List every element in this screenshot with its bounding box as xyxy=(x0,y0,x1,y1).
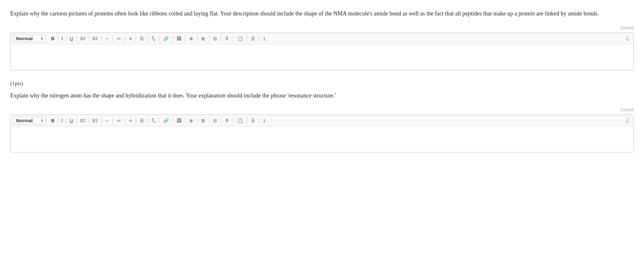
embed-button-1[interactable]: ⊟ xyxy=(211,36,219,41)
media-button-1[interactable]: ⊕ xyxy=(187,36,195,41)
sep-1h xyxy=(136,35,136,42)
sep-2o xyxy=(221,117,221,124)
superscript-button-2[interactable]: X2 xyxy=(91,117,99,124)
sep-1f xyxy=(112,35,113,42)
sep-2p xyxy=(233,117,234,124)
annotation-button-1[interactable]: 📋 xyxy=(235,36,245,41)
clear-format-icon-1: 𝐼x xyxy=(626,35,629,41)
table-button-2[interactable]: ⊞ xyxy=(199,118,207,124)
sep-1g xyxy=(125,35,125,42)
link-button-1[interactable]: 🔗 xyxy=(161,36,171,41)
sep-1l xyxy=(185,35,185,42)
sep-1i xyxy=(148,35,148,42)
editor-body-2[interactable] xyxy=(11,126,633,152)
bold-button-1[interactable]: B xyxy=(49,35,56,41)
image-button-1[interactable]: 🖼 xyxy=(174,36,183,41)
sep-2e xyxy=(101,117,101,124)
subscript-button-2[interactable]: X2 xyxy=(78,117,87,124)
sep-1r xyxy=(259,35,259,42)
subscript-button-1[interactable]: X2 xyxy=(78,35,87,41)
table-button-1[interactable]: ⊞ xyxy=(199,36,207,41)
underline-button-2[interactable]: U xyxy=(68,117,75,124)
sep-2h xyxy=(136,117,136,124)
sep-1p xyxy=(233,35,234,42)
superscript-button-1[interactable]: X2 xyxy=(91,35,99,41)
sep-2k xyxy=(173,117,173,124)
italic-button-2[interactable]: I xyxy=(60,117,65,124)
media-button-2[interactable]: ⊕ xyxy=(187,118,195,124)
bold-button-2[interactable]: B xyxy=(49,117,56,124)
sep-1b xyxy=(66,35,67,42)
unordered-list-button-1[interactable]: ≡ xyxy=(127,36,134,41)
style-select-1[interactable]: Normal Heading 1 Heading 2 xyxy=(16,36,44,41)
sep-2j xyxy=(159,117,159,124)
sub-sup-group-1: X2 X2 → xyxy=(78,35,111,42)
format-group-2: B I U xyxy=(49,117,75,124)
style-select-wrapper-1[interactable]: Normal Heading 1 Heading 2 ⬍ xyxy=(14,35,46,42)
sep-2n xyxy=(209,117,209,124)
clear-format-icon-2: 𝐼x xyxy=(626,117,629,124)
indent-button-2[interactable]: ☰ xyxy=(138,118,146,124)
record-button-2[interactable]: 🎙 xyxy=(223,118,232,124)
sep-1c xyxy=(76,35,77,42)
sep-2d xyxy=(89,117,89,124)
editor-body-1[interactable] xyxy=(11,44,633,70)
points-label: (1pts) xyxy=(10,79,634,88)
sep-2b xyxy=(66,117,67,124)
columns-button-2[interactable]: ⫿ xyxy=(261,118,268,124)
sep-1m xyxy=(197,35,197,42)
sep-2a xyxy=(58,117,58,124)
special-group-1: fx 🔗 🖼 ⊕ xyxy=(150,35,195,42)
annotation-button-2[interactable]: 📋 xyxy=(235,118,245,124)
link-button-2[interactable]: 🔗 xyxy=(161,118,171,124)
sep-1j xyxy=(159,35,159,42)
table-group-1: ⊞ ⊟ 🎙 📋 ☰ ⫿ xyxy=(199,35,268,42)
sep-2g xyxy=(125,117,125,124)
saved-label-1: Saved xyxy=(10,24,634,32)
italic-button-1[interactable]: I xyxy=(60,35,65,41)
arrow-button-2[interactable]: → xyxy=(103,117,111,124)
editor-2: Normal Heading 1 Heading 2 ⬍ B I U X2 X2… xyxy=(10,115,634,152)
record-button-1[interactable]: 🎙 xyxy=(223,36,232,41)
sep-1e xyxy=(101,35,101,42)
toolbar-1: Normal Heading 1 Heading 2 ⬍ B I U X2 X2… xyxy=(11,33,633,44)
sep-2f xyxy=(112,117,113,124)
image-button-2[interactable]: 🖼 xyxy=(174,118,183,124)
clear-format-button-1[interactable]: 𝐼x xyxy=(624,35,630,42)
sep-1a xyxy=(58,35,58,42)
list-group-2: ≔ ≡ ☰ xyxy=(114,117,146,124)
question-2-text: Explain why the nitrogen atom has the sh… xyxy=(10,91,634,100)
table-group-2: ⊞ ⊟ 🎙 📋 ☰ ⫿ xyxy=(199,117,268,124)
unordered-list-button-2[interactable]: ≡ xyxy=(127,118,134,124)
ordered-list-button-2[interactable]: ≔ xyxy=(114,118,123,124)
embed-button-2[interactable]: ⊟ xyxy=(211,118,219,124)
indent-button-1[interactable]: ☰ xyxy=(138,36,146,41)
columns-button-1[interactable]: ⫿ xyxy=(261,36,268,41)
style-select-wrapper-2[interactable]: Normal Heading 1 Heading 2 ⬍ xyxy=(14,117,46,124)
sep-1d xyxy=(89,35,89,42)
strikethrough-button-2[interactable]: ☰ xyxy=(249,118,257,124)
sep-2i xyxy=(148,117,148,124)
underline-button-1[interactable]: U xyxy=(68,35,75,41)
formula-button-1[interactable]: fx xyxy=(150,35,157,42)
style-select-2[interactable]: Normal Heading 1 Heading 2 xyxy=(16,118,44,123)
sep-2r xyxy=(259,117,259,124)
sep-2m xyxy=(197,117,197,124)
strikethrough-button-1[interactable]: ☰ xyxy=(249,36,257,41)
sep-1k xyxy=(173,35,173,42)
editor-1: Normal Heading 1 Heading 2 ⬍ B I U X2 X2… xyxy=(10,32,634,70)
question-1-text: Explain why the cartoon pictures of prot… xyxy=(10,9,634,18)
clear-format-button-2[interactable]: 𝐼x xyxy=(624,117,630,124)
arrow-button-1[interactable]: → xyxy=(103,35,111,41)
ordered-list-button-1[interactable]: ≔ xyxy=(114,36,123,41)
toolbar-2: Normal Heading 1 Heading 2 ⬍ B I U X2 X2… xyxy=(11,115,633,126)
sep-1n xyxy=(209,35,209,42)
sep-2c xyxy=(76,117,77,124)
formula-button-2[interactable]: fx xyxy=(150,117,157,124)
sep-2q xyxy=(247,117,247,124)
sep-1o xyxy=(221,35,221,42)
sep-2l xyxy=(185,117,185,124)
saved-label-2: Saved xyxy=(10,106,634,114)
special-group-2: fx 🔗 🖼 ⊕ xyxy=(150,117,195,124)
format-group-1: B I U xyxy=(49,35,75,42)
